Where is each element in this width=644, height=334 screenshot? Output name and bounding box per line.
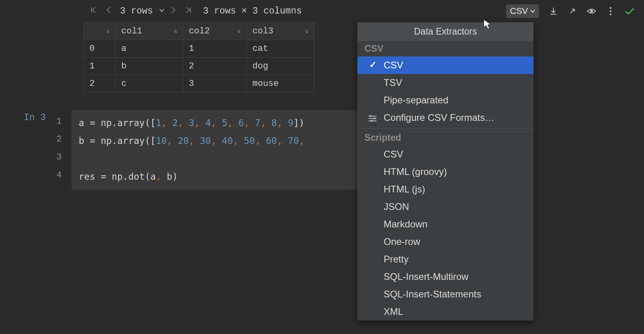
svg-point-1 (610, 7, 612, 9)
popup-item-scripted-csv[interactable]: CSV (357, 146, 533, 163)
popup-item-pipe[interactable]: Pipe-separated (357, 91, 533, 109)
svg-point-3 (610, 14, 612, 16)
popup-separator (357, 128, 533, 128)
chevron-down-icon (530, 9, 535, 13)
check-icon (625, 6, 634, 16)
popup-item-xml[interactable]: XML (357, 303, 533, 320)
csv-extractor-button[interactable]: CSV (506, 4, 539, 18)
sort-handle-icon[interactable]: ⇅ (107, 28, 110, 35)
nav-prev-icon[interactable] (103, 5, 114, 18)
rows-caret-icon[interactable] (159, 8, 164, 14)
col-header-col2[interactable]: col2⇅ (183, 23, 247, 40)
sort-handle-icon[interactable]: ⇅ (305, 28, 308, 35)
svg-point-4 (370, 115, 372, 117)
col-header-col1[interactable]: col1⇅ (116, 23, 183, 40)
sort-handle-icon[interactable]: ⇅ (238, 28, 241, 35)
popup-item-tsv[interactable]: TSV (357, 74, 533, 91)
popup-item-csv[interactable]: ✓ CSV (357, 56, 533, 74)
popup-item-one-row[interactable]: One-row (357, 233, 533, 250)
more-icon[interactable] (606, 6, 615, 16)
popup-item-markdown[interactable]: Markdown (357, 216, 533, 233)
popup-title: Data Extractors (357, 22, 533, 41)
popup-item-sql-multirow[interactable]: SQL-Insert-Multirow (357, 268, 533, 285)
svg-point-6 (371, 120, 373, 122)
table-header-row: ⇅ col1⇅ col2⇅ col3⇅ (84, 23, 314, 40)
popup-section-csv: CSV (357, 41, 533, 56)
check-icon: ✓ (369, 60, 376, 70)
settings-sliders-icon (368, 114, 377, 125)
data-extractors-popup: Data Extractors CSV ✓ CSV TSV Pipe-separ… (357, 22, 533, 320)
popup-item-json[interactable]: JSON (357, 198, 533, 216)
popup-item-html-js[interactable]: HTML (js) (357, 181, 533, 198)
popup-item-html-groovy[interactable]: HTML (groovy) (357, 163, 533, 181)
table-row[interactable]: 1 b 2 dog (84, 58, 314, 75)
sort-handle-icon[interactable]: ⇅ (174, 28, 177, 35)
col-header-col3[interactable]: col3⇅ (247, 23, 314, 40)
open-external-icon[interactable] (568, 6, 577, 16)
nav-last-icon[interactable] (182, 5, 194, 18)
nav-next-icon[interactable] (168, 5, 178, 18)
popup-item-sql-statements[interactable]: SQL-Insert-Statements (357, 285, 533, 303)
svg-point-2 (610, 10, 612, 12)
in-label: In 3 (24, 113, 46, 123)
download-icon[interactable] (549, 6, 558, 16)
popup-section-scripted: Scripted (357, 130, 533, 146)
table-row[interactable]: 2 c 3 mouse (84, 75, 314, 93)
line-gutter: 1 2 3 4 (56, 113, 62, 184)
rows-label[interactable]: 3 rows (118, 6, 155, 16)
svg-point-5 (374, 118, 376, 120)
table-row[interactable]: 0 a 1 cat (84, 40, 314, 58)
data-toolbar: 3 rows 3 rows × 3 columns CSV (0, 0, 644, 22)
eye-icon[interactable] (587, 6, 596, 16)
csv-button-label: CSV (510, 6, 528, 16)
popup-item-configure-csv[interactable]: Configure CSV Formats… (357, 109, 533, 126)
data-table: ⇅ col1⇅ col2⇅ col3⇅ 0 a 1 cat 1 b 2 dog … (83, 22, 314, 93)
index-header[interactable]: ⇅ (84, 23, 116, 40)
nav-first-icon[interactable] (87, 5, 99, 18)
rows-cols-summary: 3 rows × 3 columns (203, 6, 302, 16)
popup-item-pretty[interactable]: Pretty (357, 250, 533, 268)
svg-point-0 (590, 10, 593, 12)
